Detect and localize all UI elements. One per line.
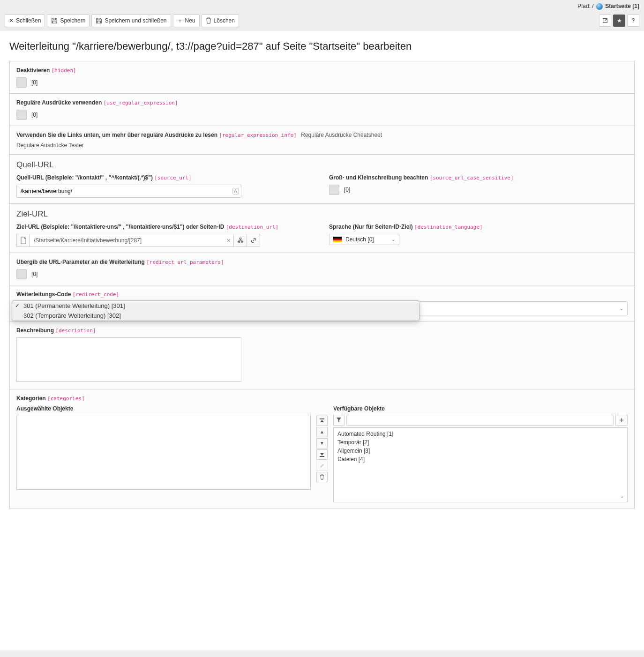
pass-params-checkbox[interactable] (16, 269, 27, 279)
open-new-window-button[interactable] (599, 15, 611, 27)
case-sensitive-value: [0] (344, 187, 350, 193)
redirect-code-option-302[interactable]: 302 (Temporäre Weiterleitung) [302] (12, 311, 419, 321)
source-url-input[interactable] (16, 185, 241, 198)
redirect-code-dropdown: 301 (Permanente Weiterleitung) [301] 302… (12, 300, 419, 321)
redirect-code-option-301[interactable]: 301 (Permanente Weiterleitung) [301] (12, 301, 419, 311)
dest-url-label: Ziel-URL (Beispiele: "/kontaktiere-uns/"… (16, 224, 315, 230)
save-button[interactable]: Speichern (47, 15, 90, 27)
chevron-down-icon: ⌄ (391, 237, 395, 242)
dest-url-input[interactable]: /Startseite/Karriere/Initiativbewerbung/… (30, 234, 234, 247)
selected-objects-list[interactable] (16, 415, 311, 490)
language-select[interactable]: Deutsch [0] ⌄ (329, 234, 399, 245)
new-button[interactable]: ＋ Neu (173, 15, 200, 27)
globe-icon (596, 3, 603, 10)
list-item[interactable]: Automated Routing [1] (336, 430, 625, 438)
path-label: Pfad: (577, 3, 591, 9)
chevron-down-icon: ⌄ (620, 493, 624, 499)
available-objects-label: Verfügbare Objekte (333, 405, 628, 412)
input-helper-icon[interactable]: A (232, 188, 239, 194)
page-title: Weiterleitung "/karriere/bewerbung/, t3:… (9, 40, 635, 52)
regex-cheatsheet-link[interactable]: Reguläre Ausdrücke Cheatsheet (301, 132, 382, 138)
plus-icon: ＋ (177, 17, 183, 25)
list-item[interactable]: Allgemein [3] (336, 447, 625, 455)
bookmark-button[interactable]: ★ (613, 15, 625, 27)
filter-input[interactable] (346, 415, 614, 426)
pass-params-value: [0] (31, 271, 37, 277)
move-bottom-button[interactable] (316, 449, 328, 460)
sitemap-icon (237, 237, 244, 244)
selected-objects-label: Ausgewählte Objekte (16, 405, 311, 412)
link-icon (250, 237, 257, 244)
toolbar: ✕ Schließen Speichern Speichern und schl… (0, 13, 644, 31)
categories-label: Kategorien [categories] (16, 395, 628, 402)
save-close-button[interactable]: Speichern und schließen (91, 15, 171, 27)
description-label: Beschreibung [description] (16, 327, 628, 334)
regex-info-label: Verwenden Sie die Links unten, um mehr ü… (16, 132, 298, 138)
deactivate-checkbox[interactable] (16, 77, 27, 88)
case-sensitive-label: Groß- und Kleinschreibung beachten [sour… (329, 174, 628, 181)
source-url-label: Quell-URL (Beispiele: "/kontakt/" , "^/k… (16, 174, 315, 181)
arrow-top-icon (320, 418, 324, 423)
regex-label: Reguläre Ausdrücke verwenden [use_regula… (16, 99, 628, 106)
chevron-down-icon: ⌄ (620, 306, 623, 311)
regex-tester-link[interactable]: Reguläre Ausdrücke Tester (16, 142, 84, 149)
plus-icon: ＋ (618, 415, 625, 425)
trash-icon (206, 17, 211, 24)
deactivate-label: Deaktivieren [hidden] (16, 67, 628, 74)
list-item[interactable]: Dateien [4] (336, 455, 625, 463)
regex-checkbox[interactable] (16, 110, 27, 120)
save-close-icon (96, 17, 102, 24)
move-down-button[interactable]: ▼ (316, 438, 328, 448)
delete-button[interactable]: Löschen (202, 15, 239, 27)
regex-value: [0] (31, 112, 37, 118)
arrow-bottom-icon (320, 452, 324, 457)
open-new-window-icon (602, 17, 608, 24)
arrow-down-icon: ▼ (320, 440, 324, 446)
move-up-button[interactable]: ▲ (316, 427, 328, 437)
list-item[interactable]: Temporär [2] (336, 438, 625, 447)
remove-button[interactable] (316, 472, 328, 482)
link-wizard-button[interactable] (234, 234, 247, 247)
edit-button (316, 461, 328, 471)
close-icon: ✕ (9, 17, 14, 24)
close-button[interactable]: ✕ Schließen (5, 15, 45, 27)
save-icon (51, 17, 58, 24)
description-textarea[interactable] (16, 337, 241, 382)
deactivate-value: [0] (31, 79, 37, 86)
trash-icon (320, 474, 324, 480)
help-button[interactable]: ? (627, 15, 639, 27)
language-label: Sprache (Nur für Seiten-ID-Ziel) [destin… (329, 224, 628, 230)
link-browser-button[interactable] (247, 234, 260, 247)
path-start-link[interactable]: Startseite [1] (605, 3, 639, 9)
help-icon: ? (631, 17, 635, 24)
arrow-up-icon: ▲ (320, 429, 324, 434)
available-objects-list[interactable]: Automated Routing [1] Temporär [2] Allge… (333, 427, 628, 502)
case-sensitive-checkbox[interactable] (329, 185, 339, 195)
filter-icon (333, 415, 344, 426)
source-url-heading: Quell-URL (16, 160, 628, 170)
redirect-code-label: Weiterleitungs-Code [redirect_code] (16, 291, 628, 298)
add-button[interactable]: ＋ (615, 415, 628, 426)
path-bar: Pfad: / Startseite [1] (0, 0, 644, 13)
star-icon: ★ (617, 17, 622, 24)
move-top-button[interactable] (316, 416, 328, 426)
page-icon (16, 234, 30, 247)
flag-de-icon (333, 237, 342, 242)
pass-params-label: Übergib die URL-Parameter an die Weiterl… (16, 259, 628, 265)
clear-icon[interactable]: × (227, 237, 231, 244)
pencil-icon (320, 463, 324, 468)
dest-url-heading: Ziel-URL (16, 209, 628, 219)
